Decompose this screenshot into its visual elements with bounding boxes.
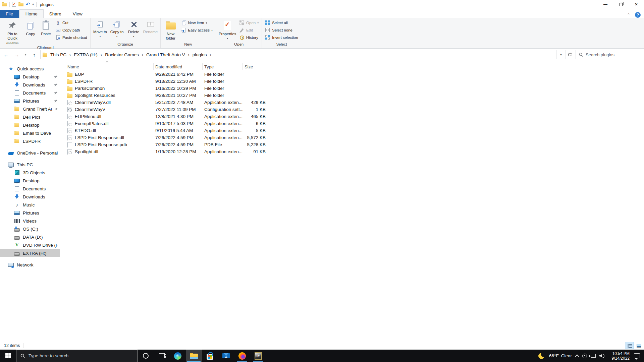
- sidebar-item[interactable]: OneDrive - Personal: [0, 149, 60, 157]
- file-row[interactable]: LSPD First Response.dll 7/26/2022 4:59 P…: [66, 134, 644, 141]
- qat-properties-icon[interactable]: [12, 2, 16, 7]
- search-box[interactable]: [576, 50, 641, 59]
- sidebar-item[interactable]: Downloads: [0, 81, 60, 89]
- new-folder-button[interactable]: New folder: [162, 19, 179, 42]
- taskbar-search[interactable]: [16, 350, 138, 362]
- file-explorer-button[interactable]: [186, 350, 202, 362]
- taskbar-search-input[interactable]: [29, 353, 133, 358]
- sidebar-item[interactable]: Grand Theft Auto V: [0, 105, 60, 113]
- column-header-type[interactable]: Type: [203, 63, 243, 70]
- select-all-button[interactable]: Select all: [263, 19, 300, 26]
- cortana-button[interactable]: [138, 350, 154, 362]
- rename-button[interactable]: Rename: [142, 19, 159, 40]
- history-button[interactable]: History: [237, 34, 260, 41]
- refresh-icon[interactable]: [565, 50, 574, 59]
- sidebar-item[interactable]: Desktop: [0, 177, 60, 185]
- column-header-name[interactable]: Name: [66, 63, 154, 70]
- sidebar-item[interactable]: Quick access: [0, 65, 60, 73]
- weather-moon-icon[interactable]: [538, 352, 545, 360]
- sidebar-item[interactable]: Desktop: [0, 73, 60, 81]
- file-row[interactable]: ExemptPlates.dll 9/10/2017 5:03 PM Appli…: [66, 120, 644, 127]
- sidebar-item[interactable]: Documents: [0, 89, 60, 97]
- sidebar-item[interactable]: OS (C:): [0, 225, 60, 233]
- paste-button[interactable]: Paste: [38, 19, 54, 42]
- tab-view[interactable]: View: [67, 10, 88, 18]
- action-center-icon[interactable]: [634, 353, 640, 358]
- file-row[interactable]: KTFDO.dll 9/11/2016 5:44 AM Application …: [66, 127, 644, 134]
- select-none-button[interactable]: Select none: [263, 27, 300, 34]
- mail-button[interactable]: [218, 350, 234, 362]
- qat-undo-icon[interactable]: ↷: [26, 2, 30, 6]
- sidebar-item[interactable]: Email to Dave: [0, 129, 60, 137]
- collapse-ribbon-icon[interactable]: ⌃: [627, 13, 630, 17]
- paste-shortcut-button[interactable]: ↗ Paste shortcut: [54, 34, 89, 41]
- help-icon[interactable]: ?: [635, 12, 641, 18]
- sidebar-item[interactable]: Dell Pics: [0, 113, 60, 121]
- easy-access-button[interactable]: ➜ Easy access ▾: [179, 27, 215, 34]
- back-button[interactable]: ←: [1, 50, 11, 59]
- delete-button[interactable]: Delete ▾: [125, 19, 142, 40]
- move-to-button[interactable]: ➜ Move to ▾: [92, 19, 109, 40]
- file-row[interactable]: Spotlight Resources 9/28/2021 10:27 PM F…: [66, 92, 644, 99]
- file-row[interactable]: EUPMenu.dll 12/8/2021 4:30 PM Applicatio…: [66, 113, 644, 120]
- properties-button[interactable]: Properties ▾: [217, 19, 237, 42]
- up-button[interactable]: ↑: [30, 50, 39, 59]
- pin-to-quick-access-button[interactable]: Pin to Quick access: [2, 19, 23, 46]
- file-row[interactable]: LSPD First Response.pdb 7/26/2022 4:59 P…: [66, 141, 644, 148]
- sidebar-item[interactable]: DATA (D:): [0, 233, 60, 241]
- forward-button[interactable]: →: [12, 50, 21, 59]
- tab-home[interactable]: Home: [19, 9, 44, 18]
- copy-to-button[interactable]: ➜ Copy to ▾: [109, 19, 125, 40]
- qat-new-folder-icon[interactable]: [18, 2, 23, 6]
- weather-widget[interactable]: 66°F Clear: [549, 353, 572, 358]
- firefox-button[interactable]: [234, 350, 250, 362]
- breadcrumb-item[interactable]: Rockstar Games: [103, 50, 141, 59]
- breadcrumb-item[interactable]: plugins: [190, 50, 209, 59]
- address-bar[interactable]: This PC EXTRA (H:) Rockstar Games Grand …: [40, 50, 574, 59]
- details-view-button[interactable]: [626, 342, 634, 349]
- sidebar-item[interactable]: EXTRA (H:): [0, 249, 60, 257]
- openiv-button[interactable]: IV: [250, 350, 266, 362]
- sidebar-item[interactable]: Pictures: [0, 209, 60, 217]
- qat-customize-icon[interactable]: ▾: [33, 3, 34, 6]
- open-button[interactable]: Open ▾: [237, 19, 260, 26]
- file-row[interactable]: Spotlight.dll 1/19/2020 12:28 PM Applica…: [66, 148, 644, 155]
- sidebar-item[interactable]: Network: [0, 261, 60, 269]
- breadcrumb-item[interactable]: This PC: [48, 50, 69, 59]
- sidebar-item[interactable]: Desktop: [0, 121, 60, 129]
- new-item-button[interactable]: New item ▾: [179, 19, 215, 26]
- breadcrumb-item[interactable]: EXTRA (H:): [71, 50, 100, 59]
- file-row[interactable]: ClearTheWayV.dll 5/21/2022 7:48 AM Appli…: [66, 99, 644, 106]
- sidebar-item[interactable]: LSPDFR: [0, 137, 60, 145]
- search-input[interactable]: [586, 52, 638, 57]
- clock[interactable]: 10:54 PM 9/14/2022: [608, 351, 630, 361]
- cut-button[interactable]: ✂ Cut: [54, 19, 89, 26]
- address-dropdown-icon[interactable]: ▾: [556, 50, 565, 59]
- tray-expand-icon[interactable]: [575, 354, 579, 359]
- thumbnails-view-button[interactable]: [635, 342, 643, 349]
- invert-selection-button[interactable]: Invert selection: [263, 34, 300, 41]
- recent-locations-icon[interactable]: ▾: [23, 50, 28, 59]
- file-row[interactable]: ClearTheWayV 7/27/2022 11:09 PM Configur…: [66, 106, 644, 113]
- column-header-size[interactable]: Size: [243, 63, 268, 70]
- sidebar-item[interactable]: Documents: [0, 185, 60, 193]
- sidebar-item[interactable]: Pictures: [0, 97, 60, 105]
- sidebar-item[interactable]: DVD RW Drive (F:) Disk1: [0, 241, 60, 249]
- start-button[interactable]: [0, 350, 16, 362]
- file-row[interactable]: EUP 9/29/2021 6:42 PM File folder: [66, 71, 644, 78]
- sidebar-item[interactable]: Downloads: [0, 193, 60, 201]
- file-row[interactable]: LSPDFR 9/13/2022 12:30 AM File folder: [66, 78, 644, 85]
- sidebar-item[interactable]: 3D Objects: [0, 169, 60, 177]
- sidebar-item[interactable]: Music: [0, 201, 60, 209]
- minimize-button[interactable]: —: [598, 0, 613, 9]
- meet-now-icon[interactable]: [582, 354, 587, 358]
- breadcrumb-item[interactable]: Grand Theft Auto V: [144, 50, 187, 59]
- close-button[interactable]: ✕: [629, 0, 644, 9]
- sidebar-item[interactable]: Videos: [0, 217, 60, 225]
- store-button[interactable]: [202, 350, 218, 362]
- sidebar-item[interactable]: This PC: [0, 161, 60, 169]
- tab-share[interactable]: Share: [44, 10, 67, 18]
- file-row[interactable]: ParksCommon 1/16/2022 10:39 PM File fold…: [66, 85, 644, 92]
- copy-path-button[interactable]: Copy path: [54, 27, 89, 34]
- network-icon[interactable]: [591, 354, 596, 358]
